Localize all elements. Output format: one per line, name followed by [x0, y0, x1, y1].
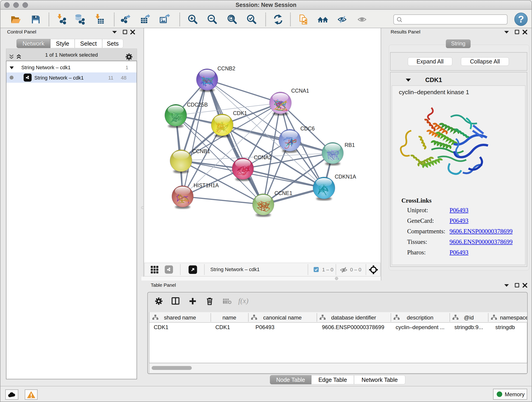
svg-text:CCNA1: CCNA1 [291, 88, 309, 94]
svg-text:CDKN1A: CDKN1A [335, 174, 356, 180]
svg-text:CDK1: CDK1 [233, 110, 247, 116]
svg-text:RB1: RB1 [345, 142, 355, 148]
svg-text:CCNB1: CCNB1 [192, 148, 210, 154]
svg-text:CDC25B: CDC25B [187, 102, 208, 108]
svg-text:CCNE1: CCNE1 [274, 190, 292, 196]
svg-text:CDC6: CDC6 [300, 126, 315, 132]
svg-text:CCNA2: CCNA2 [254, 154, 272, 160]
svg-text:HIST1H1A: HIST1H1A [194, 182, 219, 188]
svg-text:CCNB2: CCNB2 [217, 65, 235, 71]
